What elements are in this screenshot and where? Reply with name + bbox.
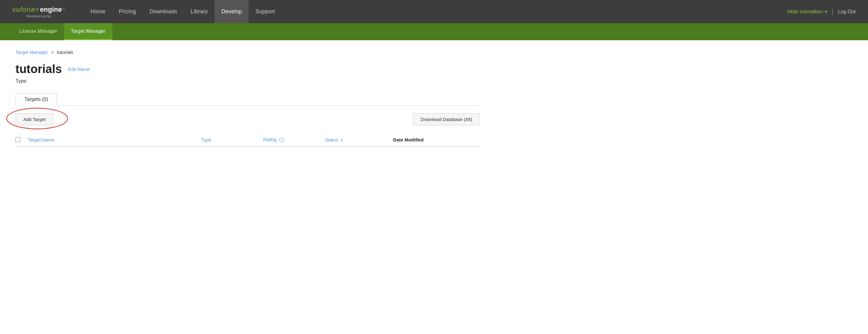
nav-right: Hello tutorialben ▾ | Log Out	[787, 8, 856, 15]
page-title: tutorials	[16, 63, 62, 76]
th-select-all[interactable]	[16, 137, 28, 142]
nav-links: Home Pricing Downloads Library Develop S…	[84, 0, 787, 23]
nav-develop[interactable]: Develop	[215, 0, 249, 23]
table-header: Target Name Type Rating i Status ▾ Date …	[16, 133, 480, 147]
status-chevron-icon: ▾	[341, 139, 343, 142]
th-rating-label: Rating	[263, 137, 276, 142]
nav-separator: |	[832, 8, 833, 15]
nav-home[interactable]: Home	[84, 0, 112, 23]
select-all-checkbox[interactable]	[16, 137, 21, 142]
breadcrumb-current: tutorials	[57, 50, 73, 55]
logo-tm: ™	[62, 8, 65, 11]
page-type: Type:	[16, 78, 480, 84]
secondary-navigation: License Manager Target Manager	[0, 23, 868, 40]
th-status[interactable]: Status ▾	[325, 137, 393, 142]
logo-vuforia: vuforia	[12, 6, 35, 13]
breadcrumb-separator: >	[51, 50, 54, 55]
nav-library[interactable]: Library	[184, 0, 215, 23]
logo-dot: ®	[35, 7, 39, 12]
th-status-label: Status	[325, 137, 338, 142]
tabs-row: Targets (0)	[16, 93, 480, 105]
add-target-wrapper: Add Target	[16, 113, 53, 125]
logo-engine: engine	[40, 6, 62, 13]
chevron-down-icon: ▾	[825, 9, 827, 14]
logo: vuforia ® engine ™ developer portal	[12, 6, 65, 18]
tab-targets[interactable]: Targets (0)	[16, 93, 57, 105]
download-database-button[interactable]: Download Database (All)	[413, 113, 480, 125]
th-target-name[interactable]: Target Name	[28, 137, 201, 142]
top-navigation: vuforia ® engine ™ developer portal Home…	[0, 0, 868, 23]
breadcrumb-link[interactable]: Target Manager	[16, 50, 48, 55]
rating-info-icon[interactable]: i	[279, 138, 284, 142]
breadcrumb: Target Manager > tutorials	[16, 50, 480, 55]
th-type[interactable]: Type	[201, 137, 263, 142]
main-content: Target Manager > tutorials tutorials Edi…	[0, 40, 495, 156]
sec-nav-target-manager[interactable]: Target Manager	[64, 23, 112, 40]
logo-subtitle: developer portal	[12, 14, 65, 18]
nav-pricing[interactable]: Pricing	[112, 0, 143, 23]
nav-downloads[interactable]: Downloads	[143, 0, 184, 23]
user-hello[interactable]: Hello tutorialben ▾	[787, 9, 827, 14]
edit-name-link[interactable]: Edit Name	[68, 66, 90, 72]
th-date-modified: Date Modified	[393, 137, 480, 142]
action-row: Add Target Download Database (All)	[16, 113, 480, 125]
nav-support[interactable]: Support	[249, 0, 282, 23]
sec-nav-license-manager[interactable]: License Manager	[12, 23, 64, 40]
hello-text: Hello tutorialben	[787, 9, 823, 14]
logout-link[interactable]: Log Out	[838, 9, 856, 14]
th-rating[interactable]: Rating i	[263, 137, 325, 142]
add-target-button[interactable]: Add Target	[16, 113, 53, 125]
page-title-row: tutorials Edit Name	[16, 63, 480, 76]
